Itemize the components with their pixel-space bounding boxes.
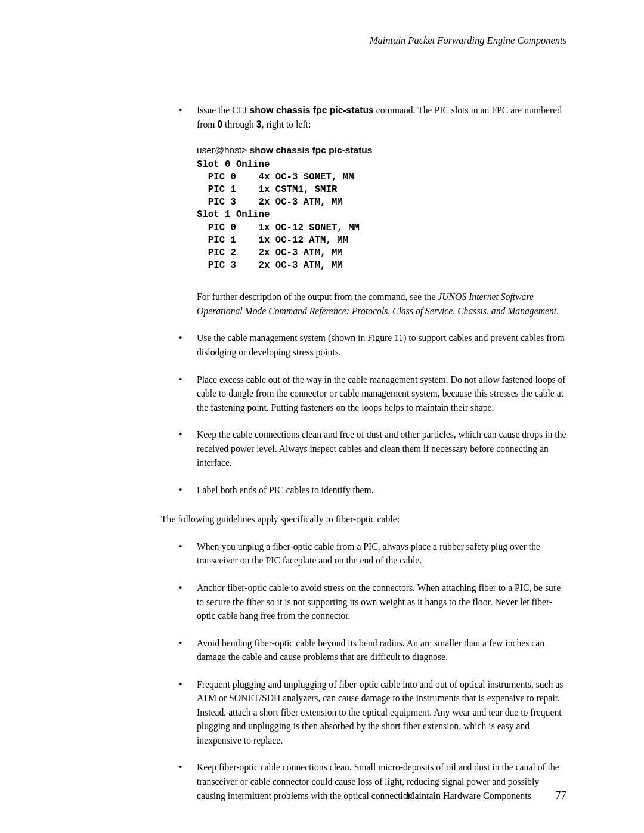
cli-output-block: Slot 0 Online PIC 0 4x OC-3 SONET, MM PI…	[197, 159, 566, 272]
page-number: 77	[555, 789, 566, 802]
cli-output-description: For further description of the output fr…	[197, 290, 566, 318]
prompt: user@host>	[197, 145, 250, 155]
text: through	[222, 119, 256, 129]
fiber-bullet-anchor: Anchor fiber-optic cable to avoid stress…	[179, 581, 566, 623]
text: 3	[256, 119, 262, 129]
text: For further description of the output fr…	[197, 292, 438, 302]
bullet-cable-mgmt: Use the cable management system (shown i…	[179, 331, 566, 359]
bullet-excess-cable: Place excess cable out of the way in the…	[179, 373, 566, 415]
command: show chassis fpc pic-status	[250, 145, 373, 155]
main-content: Issue the CLI show chassis fpc pic-statu…	[179, 103, 566, 803]
cli-prompt-line: user@host> show chassis fpc pic-status	[197, 143, 566, 157]
fiber-bullet-bend: Avoid bending fiber-optic cable beyond i…	[179, 636, 566, 664]
text: Issue the CLI	[197, 105, 249, 115]
bullet-label-cables: Label both ends of PIC cables to identif…	[179, 483, 566, 497]
text: 0	[217, 119, 222, 129]
text: .	[556, 306, 559, 316]
fiber-bullet-unplug: When you unplug a fiber-optic cable from…	[179, 540, 566, 568]
fiber-intro-text: The following guidelines apply specifica…	[161, 512, 566, 527]
bullet-cli-command: Issue the CLI show chassis fpc pic-statu…	[179, 103, 566, 318]
page-footer: Maintain Hardware Components 77	[406, 789, 566, 802]
bullet-clean-connections: Keep the cable connections clean and fre…	[179, 428, 566, 470]
page-header: Maintain Packet Forwarding Engine Compon…	[107, 35, 566, 47]
cli-command-text: show chassis fpc pic-status	[249, 105, 373, 115]
text: , right to left:	[262, 119, 311, 129]
fiber-bullet-plugging: Frequent plugging and unplugging of fibe…	[179, 677, 566, 748]
footer-section-title: Maintain Hardware Components	[406, 791, 531, 801]
